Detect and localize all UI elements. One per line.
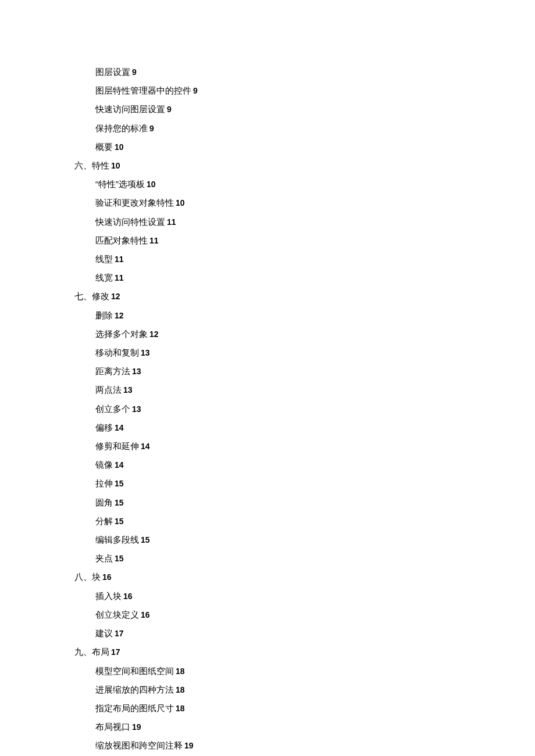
- toc-entry-page: 10: [111, 161, 120, 170]
- toc-entry: 夹点15: [95, 549, 535, 568]
- toc-entry-title: 夹点: [95, 553, 113, 563]
- toc-entry-page: 15: [115, 554, 124, 563]
- toc-entry-page: 14: [141, 442, 150, 451]
- toc-entry-title: 保持您的标准: [95, 123, 148, 133]
- toc-entry-title: 进展缩放的四种方法: [95, 685, 174, 694]
- toc-entry-title: 快速访问图层设置: [95, 104, 165, 114]
- toc-entry: “特性”选项板10: [95, 175, 535, 194]
- toc-entry-page: 9: [132, 67, 137, 77]
- toc-entry-page: 16: [141, 610, 150, 619]
- toc-entry-title: 镜像: [95, 460, 113, 470]
- toc-entry: 线宽11: [95, 268, 535, 287]
- table-of-contents: 图层设置9图层特性管理器中的控件9快速访问图层设置9保持您的标准9概要10六、特…: [74, 63, 535, 756]
- toc-entry: 偏移14: [95, 418, 535, 437]
- toc-entry-title: 指定布局的图纸尺寸: [95, 703, 174, 713]
- toc-entry-title: 编辑多段线: [95, 535, 139, 544]
- toc-entry-page: 9: [149, 124, 154, 133]
- toc-entry-title: 八、块: [74, 572, 101, 582]
- toc-entry-page: 13: [132, 404, 141, 414]
- toc-entry: 图层设置9: [95, 63, 535, 81]
- toc-entry-page: 15: [115, 498, 124, 507]
- toc-entry-title: 图层特性管理器中的控件: [95, 85, 191, 95]
- toc-entry: 两点法13: [95, 381, 535, 399]
- toc-entry-title: 偏移: [95, 422, 113, 432]
- toc-entry-page: 12: [111, 292, 120, 301]
- toc-entry-page: 10: [115, 142, 124, 152]
- toc-entry-page: 13: [132, 367, 141, 376]
- toc-entry: 移动和复制13: [95, 343, 535, 362]
- toc-entry-page: 9: [167, 105, 172, 114]
- toc-entry-page: 13: [123, 385, 133, 395]
- toc-entry: 建议17: [95, 624, 535, 643]
- toc-entry: 缩放视图和跨空间注释19: [95, 736, 535, 755]
- toc-entry: 线型11: [95, 250, 535, 268]
- toc-entry-title: 圆角: [95, 497, 113, 507]
- toc-entry-title: “特性”选项板: [95, 179, 145, 189]
- toc-entry-title: 线宽: [95, 273, 113, 282]
- toc-entry-page: 13: [141, 348, 150, 357]
- toc-entry: 模型空间和图纸空间18: [95, 662, 535, 680]
- toc-entry: 保持您的标准9: [95, 119, 535, 138]
- toc-entry-page: 19: [132, 722, 141, 732]
- toc-entry: 进展缩放的四种方法18: [95, 680, 535, 699]
- toc-entry: 九、布局17: [74, 643, 535, 661]
- toc-entry-title: 距离方法: [95, 366, 130, 376]
- toc-entry: 验证和更改对象特性10: [95, 194, 535, 212]
- toc-entry: 删除12: [95, 306, 535, 325]
- toc-entry-title: 建议: [95, 628, 113, 638]
- toc-entry: 快速访问图层设置9: [95, 100, 535, 119]
- toc-entry: 匹配对象特性11: [95, 231, 535, 250]
- toc-entry-page: 19: [184, 741, 194, 750]
- toc-entry-page: 11: [115, 273, 124, 282]
- toc-entry: 七、修改12: [74, 287, 535, 306]
- toc-entry-page: 15: [115, 479, 124, 488]
- toc-entry-page: 15: [115, 517, 124, 526]
- toc-entry: 分解15: [95, 512, 535, 531]
- toc-entry: 创立块定义16: [95, 605, 535, 624]
- toc-entry-title: 快速访问特性设置: [95, 217, 165, 227]
- toc-entry: 编辑多段线15: [95, 531, 535, 549]
- toc-entry-title: 选择多个对象: [95, 329, 148, 339]
- toc-entry-page: 11: [167, 217, 176, 227]
- toc-entry-page: 12: [115, 311, 124, 320]
- toc-entry-title: 验证和更改对象特性: [95, 198, 174, 207]
- toc-entry: 镜像14: [95, 456, 535, 474]
- toc-entry-page: 15: [141, 535, 150, 544]
- toc-entry-page: 16: [102, 572, 112, 582]
- toc-entry-title: 模型空间和图纸空间: [95, 666, 174, 676]
- toc-entry-title: 线型: [95, 254, 113, 264]
- toc-entry-title: 移动和复制: [95, 347, 139, 357]
- toc-entry: 距离方法13: [95, 362, 535, 381]
- toc-entry-page: 11: [149, 236, 159, 245]
- toc-entry-title: 两点法: [95, 385, 122, 395]
- toc-entry: 拉伸15: [95, 474, 535, 493]
- toc-entry: 概要10: [95, 138, 535, 156]
- toc-entry-page: 12: [149, 329, 159, 339]
- toc-entry-page: 17: [111, 647, 120, 657]
- toc-entry-page: 18: [176, 704, 185, 713]
- toc-entry: 八、块16: [74, 568, 535, 586]
- toc-entry-title: 分解: [95, 516, 113, 526]
- toc-entry-title: 六、特性: [74, 160, 109, 170]
- toc-entry-title: 修剪和延伸: [95, 441, 139, 451]
- toc-entry-title: 创立多个: [95, 404, 130, 414]
- toc-entry-title: 删除: [95, 310, 113, 320]
- toc-entry: 指定布局的图纸尺寸18: [95, 699, 535, 718]
- toc-entry-page: 14: [115, 423, 124, 432]
- toc-entry-title: 匹配对象特性: [95, 235, 148, 245]
- toc-entry: 插入块16: [95, 587, 535, 605]
- toc-entry: 图层特性管理器中的控件9: [95, 81, 535, 100]
- toc-entry-title: 布局视口: [95, 722, 130, 732]
- toc-entry-page: 17: [115, 629, 124, 638]
- toc-entry-title: 概要: [95, 142, 113, 152]
- toc-entry-page: 11: [115, 255, 124, 264]
- toc-entry-page: 18: [176, 685, 185, 694]
- toc-entry: 修剪和延伸14: [95, 437, 535, 456]
- toc-entry: 创立多个13: [95, 400, 535, 418]
- toc-entry-title: 插入块: [95, 591, 122, 601]
- toc-entry-page: 14: [115, 460, 124, 470]
- toc-entry-title: 缩放视图和跨空间注释: [95, 740, 183, 750]
- toc-entry-page: 18: [176, 667, 185, 676]
- toc-entry-title: 创立块定义: [95, 610, 139, 619]
- toc-entry: 快速访问特性设置11: [95, 213, 535, 231]
